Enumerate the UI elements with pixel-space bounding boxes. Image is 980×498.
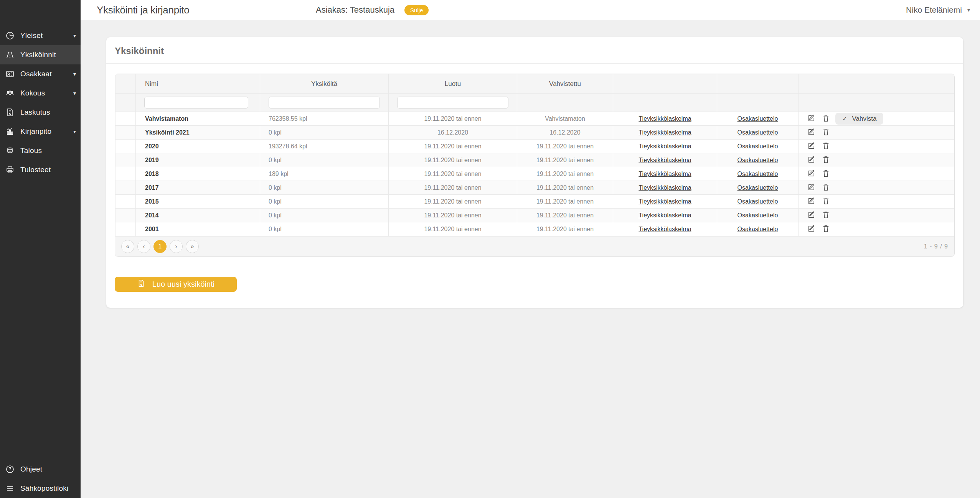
row-name: Yksiköinti 2021 (136, 126, 260, 140)
edit-button[interactable] (806, 141, 816, 151)
sidebar-item-yksik-innit[interactable]: Yksiköinnit (0, 45, 81, 64)
edit-button[interactable] (806, 183, 816, 193)
shareholder-list-link[interactable]: Osakasluettelo (737, 129, 778, 136)
shareholder-list-link[interactable]: Osakasluettelo (737, 212, 778, 219)
sidebar-item-kirjanpito[interactable]: Kirjanpito▾ (0, 122, 81, 141)
delete-button[interactable] (821, 114, 831, 124)
row-select-cell (115, 126, 136, 140)
shareholder-list-link[interactable]: Osakasluettelo (737, 226, 778, 232)
pagination-last-button[interactable]: » (186, 240, 199, 253)
unit-calculation-link[interactable]: Tieyksikkölaskelma (638, 226, 691, 232)
filter-units-input[interactable] (269, 97, 380, 108)
sidebar-item-label: Kirjanpito (20, 127, 51, 136)
user-name: Niko Eteläniemi (906, 5, 962, 15)
sidebar-item-osakkaat[interactable]: Osakkaat▾ (0, 64, 81, 84)
unit-calculation-link[interactable]: Tieyksikkölaskelma (638, 198, 691, 205)
shareholder-list-link[interactable]: Osakasluettelo (737, 157, 778, 163)
trash-icon (822, 155, 830, 165)
header-units: Yksiköitä (260, 74, 389, 94)
shareholder-list-link[interactable]: Osakasluettelo (737, 171, 778, 177)
printer-icon (5, 165, 15, 175)
table-row: 2020193278.64 kpl19.11.2020 tai ennen19.… (115, 140, 954, 153)
edit-button[interactable] (806, 155, 816, 165)
shareholder-list-link[interactable]: Osakasluettelo (737, 143, 778, 150)
trash-icon (822, 183, 830, 193)
filter-name-input[interactable] (144, 97, 248, 108)
shareholder-list-link[interactable]: Osakasluettelo (737, 198, 778, 205)
sidebar-item-ohjeet[interactable]: Ohjeet (0, 460, 81, 479)
edit-icon (807, 128, 816, 138)
unit-calculation-link[interactable]: Tieyksikkölaskelma (638, 171, 691, 177)
main-area: Yksiköinnit Nimi Yksiköitä Luotu (81, 20, 980, 498)
edit-button[interactable] (806, 128, 816, 138)
sidebar-item-talous[interactable]: Talous (0, 141, 81, 160)
sidebar-item-label: Kokous (20, 89, 45, 97)
create-unitization-button[interactable]: Luo uusi yksiköinti (115, 277, 237, 292)
delete-button[interactable] (821, 155, 831, 165)
sidebar-item-yleiset[interactable]: Yleiset▾ (0, 26, 81, 45)
sidebar-item-label: Sähköpostiloki (20, 484, 68, 493)
delete-button[interactable] (821, 197, 831, 207)
edit-button[interactable] (806, 197, 816, 207)
delete-button[interactable] (821, 183, 831, 193)
pagination-next-button[interactable]: › (170, 240, 183, 253)
topbar: Yksiköinti ja kirjanpito Asiakas: Testau… (81, 0, 980, 20)
row-actions (799, 140, 954, 153)
shareholder-list-link-cell: Osakasluettelo (717, 153, 799, 167)
sidebar-item-tulosteet[interactable]: Tulosteet (0, 160, 81, 179)
edit-button[interactable] (806, 210, 816, 220)
sidebar: Yleiset▾YksiköinnitOsakkaat▾Kokous▾Lasku… (0, 0, 81, 498)
row-name: 2019 (136, 153, 260, 167)
row-confirmed: 19.11.2020 tai ennen (517, 140, 613, 153)
unit-calculation-link-cell: Tieyksikkölaskelma (613, 222, 717, 236)
row-select-cell (115, 209, 136, 222)
row-confirmed: 16.12.2020 (517, 126, 613, 140)
edit-button[interactable] (806, 224, 816, 234)
shareholder-list-link[interactable]: Osakasluettelo (737, 184, 778, 191)
unit-calculation-link[interactable]: Tieyksikkölaskelma (638, 143, 691, 150)
delete-button[interactable] (821, 224, 831, 234)
delete-button[interactable] (821, 141, 831, 151)
delete-button[interactable] (821, 169, 831, 179)
row-created: 19.11.2020 tai ennen (389, 181, 517, 195)
row-created: 19.11.2020 tai ennen (389, 195, 517, 209)
unit-calculation-link[interactable]: Tieyksikkölaskelma (638, 129, 691, 136)
header-created: Luotu (389, 74, 517, 94)
shareholder-list-link-cell: Osakasluettelo (717, 222, 799, 236)
pie-chart-icon (5, 31, 15, 41)
row-created: 19.11.2020 tai ennen (389, 112, 517, 126)
unit-calculation-link[interactable]: Tieyksikkölaskelma (638, 212, 691, 219)
table-row: 2018189 kpl19.11.2020 tai ennen19.11.202… (115, 167, 954, 181)
table-row: 20170 kpl19.11.2020 tai ennen19.11.2020 … (115, 181, 954, 195)
unit-calculation-link-cell: Tieyksikkölaskelma (613, 195, 717, 209)
list-icon (5, 483, 15, 493)
table-row: Vahvistamaton762358.55 kpl19.11.2020 tai… (115, 112, 954, 126)
unit-calculation-link[interactable]: Tieyksikkölaskelma (638, 184, 691, 191)
pagination-prev-button[interactable]: ‹ (137, 240, 150, 253)
delete-button[interactable] (821, 128, 831, 138)
row-select-cell (115, 167, 136, 181)
sidebar-item-s-hk-postiloki[interactable]: Sähköpostiloki (0, 479, 81, 498)
table-filter-row (115, 94, 954, 112)
row-confirmed: 19.11.2020 tai ennen (517, 195, 613, 209)
row-name: 2001 (136, 222, 260, 236)
delete-button[interactable] (821, 210, 831, 220)
sidebar-item-label: Laskutus (20, 108, 50, 117)
row-units: 0 kpl (260, 126, 389, 140)
trash-icon (822, 224, 830, 234)
unit-calculation-link[interactable]: Tieyksikkölaskelma (638, 157, 691, 163)
close-customer-button[interactable]: Sulje (404, 5, 429, 15)
user-menu[interactable]: Niko Eteläniemi ▾ (906, 0, 970, 20)
pagination-page-1-button[interactable]: 1 (153, 240, 167, 253)
pagination-first-button[interactable]: « (121, 240, 134, 253)
shareholder-list-link[interactable]: Osakasluettelo (737, 115, 778, 122)
table-row: 20140 kpl19.11.2020 tai ennen19.11.2020 … (115, 209, 954, 222)
unit-calculation-link[interactable]: Tieyksikkölaskelma (638, 115, 691, 122)
sidebar-item-laskutus[interactable]: Laskutus (0, 103, 81, 122)
sidebar-item-kokous[interactable]: Kokous▾ (0, 84, 81, 103)
edit-button[interactable] (806, 114, 816, 124)
filter-created-input[interactable] (397, 97, 508, 108)
confirm-button[interactable]: ✓Vahvista (835, 113, 883, 125)
edit-button[interactable] (806, 169, 816, 179)
row-select-cell (115, 140, 136, 153)
